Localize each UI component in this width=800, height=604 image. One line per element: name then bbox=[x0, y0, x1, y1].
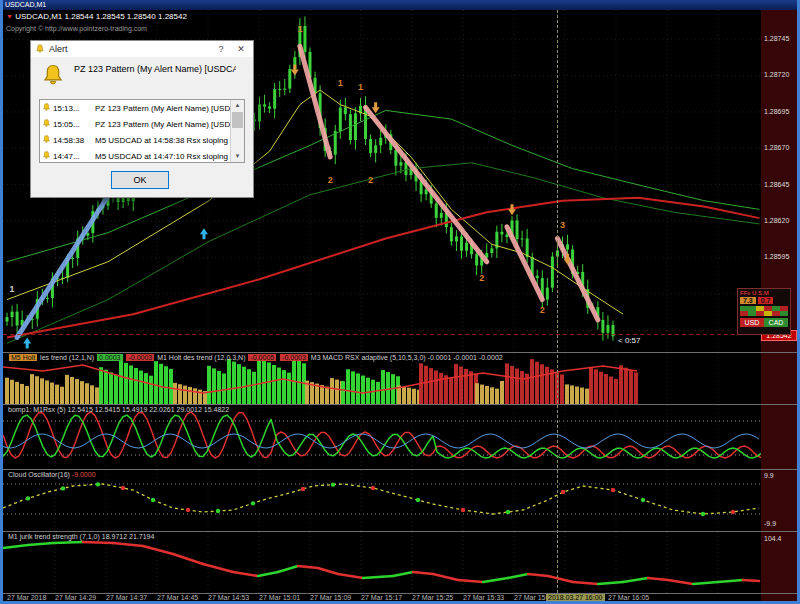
alert-text: M5 USDCAD at 14:58:38 Rsx sloping up bbox=[95, 136, 231, 145]
panel-separator[interactable] bbox=[3, 469, 797, 470]
indicator-header-jurik: M1 jurik trend strength (7,1,0) 18.9712 … bbox=[8, 533, 154, 540]
alert-history-list[interactable]: 15:13...PZ 123 Pattern (My Alert Name) [… bbox=[39, 99, 245, 163]
panel-separator[interactable] bbox=[3, 352, 797, 353]
price-tick-label: 1.28595 bbox=[764, 253, 789, 260]
ffx-strength-cell bbox=[780, 311, 788, 316]
alert-time: 15:05... bbox=[53, 120, 95, 129]
panel-separator[interactable] bbox=[3, 593, 797, 594]
alert-text: M5 USDCAD at 14:47:10 Rsx sloping up bbox=[95, 152, 231, 161]
indicator-header-segment: M1 jurik trend strength (7,1,0) 18.9712 … bbox=[8, 533, 154, 540]
time-marker-line bbox=[557, 10, 558, 593]
indicator-panel-rsx[interactable] bbox=[3, 405, 761, 469]
panel-separator[interactable] bbox=[3, 531, 797, 532]
scroll-down-icon[interactable]: ▼ bbox=[231, 151, 244, 162]
svg-text:3: 3 bbox=[560, 220, 565, 230]
alert-list-item[interactable]: 14:58:38M5 USDCAD at 14:58:38 Rsx slopin… bbox=[40, 132, 231, 148]
price-low: 1.28540 bbox=[127, 12, 156, 21]
indicator-scale-label: 104.4 bbox=[764, 535, 782, 542]
bell-icon bbox=[41, 64, 65, 92]
alert-dialog-titlebar[interactable]: Alert ? ✕ bbox=[31, 41, 253, 57]
indicator-scale-label: 9.9 bbox=[764, 472, 774, 479]
indicator-header-segment: M3 MACD RSX adaptive (5,10,5,3,0) -0.000… bbox=[309, 354, 503, 361]
alert-text: PZ 123 Pattern (My Alert Name) [USDC... bbox=[95, 120, 231, 129]
ffx-strength-grid bbox=[740, 306, 788, 316]
indicator-header-segment: bomp1: M1Rsx (5) 12.5415 12.5415 15.4919… bbox=[8, 406, 229, 413]
time-tick-label: 27 Mar 15:01 bbox=[259, 594, 300, 601]
ffx-dashboard: FFx U.S.M 7.3 0.7 USD CAD bbox=[737, 288, 791, 335]
price-tick-label: 1.28645 bbox=[764, 181, 789, 188]
ffx-strength-cell bbox=[748, 311, 756, 316]
time-tick-label: 27 Mar 16:05 bbox=[608, 594, 649, 601]
svg-text:1: 1 bbox=[338, 78, 343, 88]
price-tick-label: 1.28745 bbox=[764, 35, 789, 42]
indicator-header-segment: -0.0005 bbox=[248, 354, 276, 361]
ffx-currency-usd: USD bbox=[740, 318, 764, 327]
alert-dialog-title: Alert bbox=[49, 44, 211, 54]
indicator-header-cloud-oscillator: Cloud Oscillator(16) -9.0000 bbox=[8, 471, 96, 478]
indicator-header-segment: 0.0003 bbox=[97, 354, 122, 361]
alert-text: PZ 123 Pattern (My Alert Name) [USDCA... bbox=[95, 104, 231, 113]
indicator-header-segment: Cloud Oscillator(16) bbox=[8, 471, 72, 478]
indicator-header-segment: M1 Holt des trend (12,0.3,N) bbox=[155, 354, 247, 361]
alert-list-item[interactable]: 15:13...PZ 123 Pattern (My Alert Name) [… bbox=[40, 100, 231, 116]
alert-list-item[interactable]: 14:47...M5 USDCAD at 14:47:10 Rsx slopin… bbox=[40, 148, 231, 163]
indicator-panel-jurik[interactable] bbox=[3, 532, 761, 593]
time-tick-label: 27 Mar 14:45 bbox=[157, 594, 198, 601]
alert-message: PZ 123 Pattern (My Alert Name) [USDCAD] … bbox=[74, 64, 236, 75]
bell-icon bbox=[42, 103, 53, 114]
price-close: 1.28542 bbox=[158, 12, 187, 21]
ffx-value-cad: 0.7 bbox=[758, 297, 774, 304]
ffx-strength-cell bbox=[772, 311, 780, 316]
price-tick-label: 1.28720 bbox=[764, 71, 789, 78]
bell-icon bbox=[42, 135, 53, 146]
symbol-label: USDCAD,M1 bbox=[15, 12, 62, 21]
indicator-panel-cloud-oscillator[interactable] bbox=[3, 470, 761, 531]
svg-text:2: 2 bbox=[328, 175, 333, 185]
svg-text:1: 1 bbox=[358, 82, 363, 92]
ffx-strength-cell bbox=[740, 311, 748, 316]
help-button[interactable]: ? bbox=[211, 44, 231, 54]
scrollbar-thumb[interactable] bbox=[232, 112, 243, 128]
close-button[interactable]: ✕ bbox=[231, 44, 251, 54]
alert-list-item[interactable]: 15:05...PZ 123 Pattern (My Alert Name) [… bbox=[40, 116, 231, 132]
indicator-scale-label: -9.9 bbox=[764, 520, 776, 527]
ok-button[interactable]: OK bbox=[111, 171, 169, 189]
price-tick-label: 1.28620 bbox=[764, 217, 789, 224]
time-marker-label: 2018.03.27 16:00 bbox=[546, 594, 605, 601]
window-title: USDCAD,M1 bbox=[5, 1, 46, 8]
indicator-header-segment: -0.0003 bbox=[126, 354, 154, 361]
alert-dialog: Alert ? ✕ PZ 123 Pattern (My Alert Name)… bbox=[30, 40, 254, 198]
indicator-header-holt-macd: M5 Holt les trend (12,1,N) 0.0003 -0.000… bbox=[8, 354, 503, 361]
bell-icon bbox=[42, 151, 53, 162]
ffx-currency-cad: CAD bbox=[764, 318, 788, 327]
symbol-dropdown-icon[interactable]: ▼ bbox=[6, 13, 13, 20]
indicator-header-segment: M5 Holt bbox=[9, 354, 37, 361]
ffx-title: FFx U.S.M bbox=[738, 289, 790, 297]
price-tick-label: 1.28695 bbox=[764, 108, 789, 115]
alert-time: 15:13... bbox=[53, 104, 95, 113]
ffx-strength-cell bbox=[756, 311, 764, 316]
mt4-window: USDCAD,M1 121212231 ▼ USDCAD,M1 1.28544 … bbox=[0, 0, 800, 604]
ffx-strength-cell bbox=[764, 311, 772, 316]
time-tick-label: 27 Mar 15:25 bbox=[412, 594, 453, 601]
candle-countdown: < 0:57 bbox=[618, 336, 640, 345]
chart-window-titlebar[interactable]: USDCAD,M1 bbox=[0, 0, 800, 10]
price-high: 1.28545 bbox=[96, 12, 125, 21]
time-tick-label: 27 Mar 15:09 bbox=[310, 594, 351, 601]
time-tick-label: 27 Mar 14:53 bbox=[208, 594, 249, 601]
price-open: 1.28544 bbox=[65, 12, 94, 21]
indicator-header-segment: les trend (12,1,N) bbox=[38, 354, 96, 361]
indicator-header-segment: -9.0000 bbox=[72, 471, 96, 478]
panel-separator[interactable] bbox=[3, 404, 797, 405]
svg-text:1: 1 bbox=[10, 284, 15, 294]
time-tick-label: 27 Mar 14:37 bbox=[106, 594, 147, 601]
time-tick-label: 27 Mar 2018 bbox=[7, 594, 46, 601]
price-tick-label: 1.28670 bbox=[764, 144, 789, 151]
alert-list-scrollbar[interactable]: ▲ ▼ bbox=[230, 100, 244, 162]
svg-text:2: 2 bbox=[479, 273, 484, 283]
bell-icon bbox=[35, 40, 45, 58]
ffx-value-usd: 7.3 bbox=[740, 297, 756, 304]
copyright-text: Copyright © http://www.pointzero-trading… bbox=[6, 25, 147, 32]
svg-text:1: 1 bbox=[297, 24, 302, 34]
scroll-up-icon[interactable]: ▲ bbox=[231, 100, 244, 111]
